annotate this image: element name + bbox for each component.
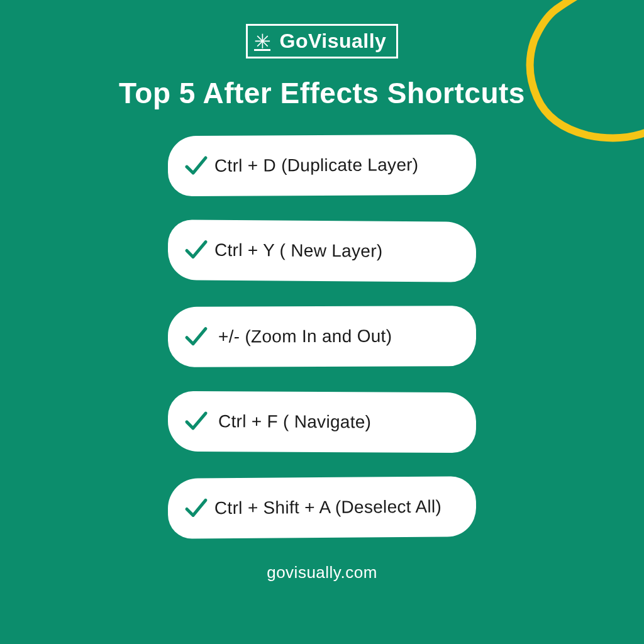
check-icon — [183, 408, 209, 435]
shortcut-text: Ctrl + Shift + A (Deselect All) — [214, 497, 441, 519]
check-icon — [183, 324, 209, 350]
list-item: Ctrl + Y ( New Layer) — [168, 219, 477, 282]
asterisk-icon: ✳ — [254, 31, 271, 51]
list-item: +/- (Zoom In and Out) — [168, 306, 476, 367]
shortcuts-list: Ctrl + D (Duplicate Layer) Ctrl + Y ( Ne… — [0, 135, 644, 538]
check-icon — [183, 236, 209, 263]
list-item: Ctrl + D (Duplicate Layer) — [168, 135, 476, 197]
list-item: Ctrl + F ( Navigate) — [168, 391, 476, 453]
check-icon — [183, 495, 209, 521]
brand-name: GoVisually — [280, 30, 387, 53]
list-item: Ctrl + Shift + A (Deselect All) — [168, 476, 477, 538]
check-icon — [183, 153, 209, 179]
page-title: Top 5 After Effects Shortcuts — [0, 76, 644, 110]
shortcut-text: Ctrl + D (Duplicate Layer) — [214, 155, 419, 176]
shortcut-text: +/- (Zoom In and Out) — [218, 326, 392, 347]
brand-logo: ✳ GoVisually — [246, 24, 399, 58]
shortcut-text: Ctrl + F ( Navigate) — [218, 411, 371, 432]
footer-url: govisually.com — [0, 563, 644, 582]
shortcut-text: Ctrl + Y ( New Layer) — [214, 240, 383, 262]
